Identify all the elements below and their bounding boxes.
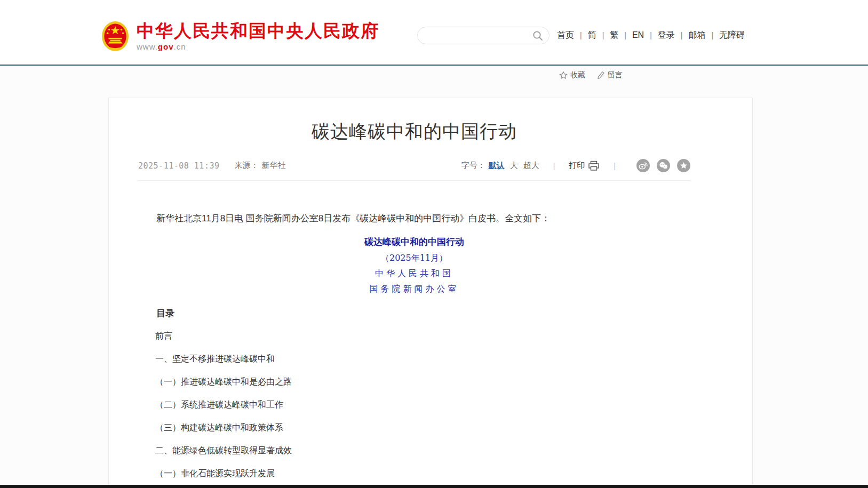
- national-emblem-logo: [101, 20, 129, 52]
- message-label: 留言: [608, 70, 623, 80]
- article-action-row: 收藏 留言: [559, 70, 623, 80]
- nav-link[interactable]: 无障碍: [705, 30, 745, 39]
- qzone-star-share-icon[interactable]: [677, 159, 690, 172]
- source-value[interactable]: 新华社: [262, 161, 286, 171]
- nav-link[interactable]: 简: [574, 30, 596, 39]
- document-title: 碳达峰碳中和的中国行动: [138, 236, 690, 249]
- document-date: （2025年11月）: [138, 252, 690, 264]
- nav-link[interactable]: 登录: [644, 30, 675, 39]
- content-area: 收藏 留言 碳达峰碳中和的中国行动 2025-11-08 11:39 来源： 新…: [0, 67, 868, 488]
- nav-link[interactable]: EN: [618, 30, 644, 39]
- article-card: 碳达峰碳中和的中国行动 2025-11-08 11:39 来源： 新华社 字号：…: [108, 98, 753, 488]
- search-input[interactable]: [426, 31, 532, 40]
- toc-item: （二）系统推进碳达峰碳中和工作: [138, 400, 690, 409]
- article-title: 碳达峰碳中和的中国行动: [138, 118, 690, 144]
- search-icon[interactable]: [532, 30, 544, 42]
- site-header: 中华人民共和国中央人民政府 www.gov.cn 首页简繁EN登录邮箱无障碍: [0, 0, 868, 66]
- site-title: 中华人民共和国中央人民政府: [137, 21, 379, 41]
- article-body: 新华社北京11月8日电 国务院新闻办公室8日发布《碳达峰碳中和的中国行动》白皮书…: [138, 211, 690, 478]
- toc-item: （一）推进碳达峰碳中和是必由之路: [138, 377, 690, 386]
- nav-link[interactable]: 邮箱: [675, 30, 706, 39]
- toc-item: （三）构建碳达峰碳中和政策体系: [138, 423, 690, 432]
- toc-item: （一）非化石能源实现跃升发展: [138, 469, 690, 478]
- toc-list: 前言一、坚定不移推进碳达峰碳中和（一）推进碳达峰碳中和是必由之路（二）系统推进碳…: [138, 331, 690, 478]
- print-button[interactable]: 打印: [569, 161, 585, 171]
- toc-title: 目录: [138, 309, 690, 318]
- toc-item: 一、坚定不移推进碳达峰碳中和: [138, 354, 690, 363]
- favorite-label: 收藏: [570, 70, 585, 80]
- message-link[interactable]: 留言: [597, 70, 623, 80]
- favorite-link[interactable]: 收藏: [559, 70, 585, 80]
- star-outline-icon: [559, 71, 568, 79]
- site-url: www.gov.cn: [137, 42, 379, 51]
- divider: |: [614, 162, 616, 170]
- page: 中华人民共和国中央人民政府 www.gov.cn 首页简繁EN登录邮箱无障碍 收…: [0, 0, 868, 488]
- font-size-xlarge-button[interactable]: 超大: [523, 161, 539, 171]
- search-box[interactable]: [417, 27, 550, 44]
- bottom-edge-bar: [0, 485, 868, 488]
- font-size-default-button[interactable]: 默认: [489, 161, 505, 171]
- document-author-line1: 中华人民共和国: [138, 268, 690, 279]
- site-brand[interactable]: 中华人民共和国中央人民政府 www.gov.cn: [101, 20, 379, 52]
- toc-item: 前言: [138, 331, 690, 340]
- weibo-share-icon[interactable]: [636, 159, 650, 172]
- font-size-label: 字号：: [461, 161, 485, 171]
- source-label: 来源：: [235, 161, 259, 171]
- toc-item: 二、能源绿色低碳转型取得显著成效: [138, 446, 690, 455]
- divider: |: [553, 162, 555, 170]
- wechat-share-icon[interactable]: [657, 159, 670, 172]
- nav-link[interactable]: 首页: [557, 30, 574, 39]
- main-nav: 首页简繁EN登录邮箱无障碍: [557, 30, 745, 41]
- document-author-line2: 国务院新闻办公室: [138, 283, 690, 295]
- pencil-icon: [597, 71, 605, 79]
- nav-link[interactable]: 繁: [596, 30, 619, 39]
- article-meta-row: 2025-11-08 11:39 来源： 新华社 字号： 默认 大 超大 | 打…: [138, 159, 690, 181]
- font-size-large-button[interactable]: 大: [510, 161, 518, 171]
- lead-paragraph: 新华社北京11月8日电 国务院新闻办公室8日发布《碳达峰碳中和的中国行动》白皮书…: [138, 211, 690, 226]
- printer-icon[interactable]: [588, 161, 600, 171]
- publish-date: 2025-11-08 11:39: [138, 161, 220, 171]
